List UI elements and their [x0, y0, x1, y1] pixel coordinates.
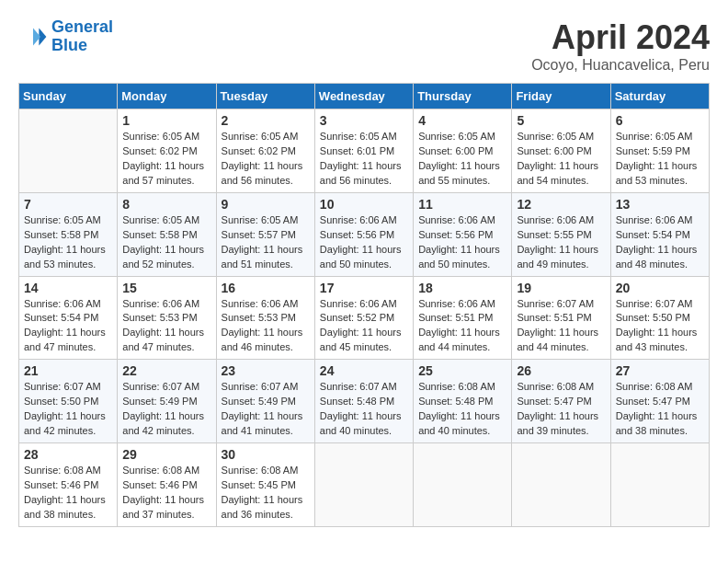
- calendar-day-cell: 5 Sunrise: 6:05 AMSunset: 6:00 PMDayligh…: [512, 109, 610, 193]
- day-number: 10: [320, 197, 408, 212]
- day-number: 22: [122, 363, 210, 378]
- calendar-day-cell: 20 Sunrise: 6:07 AMSunset: 5:50 PMDaylig…: [610, 276, 709, 360]
- day-number: 7: [24, 197, 112, 212]
- day-number: 26: [517, 363, 605, 378]
- day-info: Sunrise: 6:06 AMSunset: 5:54 PMDaylight:…: [24, 297, 112, 356]
- day-number: 17: [320, 281, 408, 295]
- day-info: Sunrise: 6:07 AMSunset: 5:49 PMDaylight:…: [222, 380, 310, 439]
- calendar-day-cell: 4 Sunrise: 6:05 AMSunset: 6:00 PMDayligh…: [414, 109, 512, 193]
- day-info: Sunrise: 6:08 AMSunset: 5:47 PMDaylight:…: [517, 380, 605, 439]
- day-number: 29: [122, 447, 210, 462]
- calendar-day-cell: 13 Sunrise: 6:06 AMSunset: 5:54 PMDaylig…: [610, 192, 709, 276]
- day-number: 6: [616, 113, 704, 128]
- calendar-week-row: 7 Sunrise: 6:05 AMSunset: 5:58 PMDayligh…: [19, 192, 710, 276]
- calendar-day-cell: 23 Sunrise: 6:07 AMSunset: 5:49 PMDaylig…: [216, 360, 314, 443]
- day-number: 19: [517, 281, 605, 295]
- day-number: 21: [24, 363, 112, 378]
- calendar-day-cell: 17 Sunrise: 6:06 AMSunset: 5:52 PMDaylig…: [314, 276, 413, 360]
- logo-text: General Blue: [51, 18, 113, 55]
- calendar-day-cell: 14 Sunrise: 6:06 AMSunset: 5:54 PMDaylig…: [19, 276, 118, 360]
- day-info: Sunrise: 6:05 AMSunset: 5:59 PMDaylight:…: [616, 130, 704, 189]
- day-info: Sunrise: 6:07 AMSunset: 5:50 PMDaylight:…: [24, 380, 112, 439]
- calendar-week-row: 21 Sunrise: 6:07 AMSunset: 5:50 PMDaylig…: [19, 360, 710, 443]
- day-number: 8: [122, 197, 210, 212]
- day-number: 2: [222, 113, 310, 128]
- calendar-day-cell: 15 Sunrise: 6:06 AMSunset: 5:53 PMDaylig…: [118, 276, 216, 360]
- calendar-day-cell: 6 Sunrise: 6:05 AMSunset: 5:59 PMDayligh…: [610, 109, 709, 193]
- day-info: Sunrise: 6:08 AMSunset: 5:48 PMDaylight:…: [418, 380, 506, 439]
- day-info: Sunrise: 6:08 AMSunset: 5:47 PMDaylight:…: [616, 380, 704, 439]
- calendar-day-cell: 16 Sunrise: 6:06 AMSunset: 5:53 PMDaylig…: [216, 276, 314, 360]
- day-number: 25: [418, 363, 506, 378]
- calendar-day-cell: 3 Sunrise: 6:05 AMSunset: 6:01 PMDayligh…: [314, 109, 413, 193]
- day-info: Sunrise: 6:07 AMSunset: 5:50 PMDaylight:…: [616, 297, 704, 356]
- calendar-day-cell: 8 Sunrise: 6:05 AMSunset: 5:58 PMDayligh…: [118, 192, 216, 276]
- calendar-table: SundayMondayTuesdayWednesdayThursdayFrid…: [18, 83, 710, 527]
- calendar-day-cell: [414, 443, 512, 527]
- day-number: 27: [616, 363, 704, 378]
- weekday-header: Thursday: [414, 84, 512, 109]
- day-info: Sunrise: 6:06 AMSunset: 5:54 PMDaylight:…: [616, 213, 704, 272]
- day-number: 14: [24, 281, 112, 295]
- weekday-header: Sunday: [19, 84, 118, 109]
- day-info: Sunrise: 6:06 AMSunset: 5:53 PMDaylight:…: [222, 297, 310, 356]
- day-number: 11: [418, 197, 506, 212]
- day-info: Sunrise: 6:05 AMSunset: 6:02 PMDaylight:…: [222, 130, 310, 189]
- day-info: Sunrise: 6:06 AMSunset: 5:53 PMDaylight:…: [122, 297, 210, 356]
- calendar-day-cell: 11 Sunrise: 6:06 AMSunset: 5:56 PMDaylig…: [414, 192, 512, 276]
- day-number: 13: [616, 197, 704, 212]
- weekday-header: Wednesday: [314, 84, 413, 109]
- day-number: 28: [24, 447, 112, 462]
- page-header: General Blue April 2024 Ocoyo, Huancavel…: [18, 18, 710, 74]
- calendar-day-cell: 7 Sunrise: 6:05 AMSunset: 5:58 PMDayligh…: [19, 192, 118, 276]
- day-info: Sunrise: 6:08 AMSunset: 5:46 PMDaylight:…: [122, 464, 210, 523]
- day-number: 20: [616, 281, 704, 295]
- day-number: 1: [122, 113, 210, 128]
- day-info: Sunrise: 6:05 AMSunset: 5:58 PMDaylight:…: [122, 213, 210, 272]
- calendar-day-cell: 10 Sunrise: 6:06 AMSunset: 5:56 PMDaylig…: [314, 192, 413, 276]
- calendar-day-cell: 12 Sunrise: 6:06 AMSunset: 5:55 PMDaylig…: [512, 192, 610, 276]
- calendar-day-cell: [314, 443, 413, 527]
- day-number: 9: [222, 197, 310, 212]
- calendar-day-cell: 19 Sunrise: 6:07 AMSunset: 5:51 PMDaylig…: [512, 276, 610, 360]
- calendar-week-row: 1 Sunrise: 6:05 AMSunset: 6:02 PMDayligh…: [19, 109, 710, 193]
- day-info: Sunrise: 6:05 AMSunset: 6:02 PMDaylight:…: [122, 130, 210, 189]
- calendar-day-cell: 25 Sunrise: 6:08 AMSunset: 5:48 PMDaylig…: [414, 360, 512, 443]
- weekday-header-row: SundayMondayTuesdayWednesdayThursdayFrid…: [19, 84, 710, 109]
- day-number: 5: [517, 113, 605, 128]
- calendar-day-cell: [19, 109, 118, 193]
- day-info: Sunrise: 6:07 AMSunset: 5:51 PMDaylight:…: [517, 297, 605, 356]
- calendar-week-row: 28 Sunrise: 6:08 AMSunset: 5:46 PMDaylig…: [19, 443, 710, 527]
- day-info: Sunrise: 6:05 AMSunset: 6:00 PMDaylight:…: [418, 130, 506, 189]
- calendar-day-cell: 26 Sunrise: 6:08 AMSunset: 5:47 PMDaylig…: [512, 360, 610, 443]
- calendar-day-cell: 27 Sunrise: 6:08 AMSunset: 5:47 PMDaylig…: [610, 360, 709, 443]
- day-info: Sunrise: 6:06 AMSunset: 5:51 PMDaylight:…: [418, 297, 506, 356]
- day-info: Sunrise: 6:05 AMSunset: 5:58 PMDaylight:…: [24, 213, 112, 272]
- calendar-day-cell: 24 Sunrise: 6:07 AMSunset: 5:48 PMDaylig…: [314, 360, 413, 443]
- day-number: 3: [320, 113, 408, 128]
- day-info: Sunrise: 6:06 AMSunset: 5:56 PMDaylight:…: [418, 213, 506, 272]
- calendar-day-cell: 1 Sunrise: 6:05 AMSunset: 6:02 PMDayligh…: [118, 109, 216, 193]
- title-section: April 2024 Ocoyo, Huancavelica, Peru: [531, 18, 710, 74]
- day-number: 18: [418, 281, 506, 295]
- day-info: Sunrise: 6:07 AMSunset: 5:48 PMDaylight:…: [320, 380, 408, 439]
- day-info: Sunrise: 6:05 AMSunset: 5:57 PMDaylight:…: [222, 213, 310, 272]
- day-number: 30: [222, 447, 310, 462]
- calendar-day-cell: 9 Sunrise: 6:05 AMSunset: 5:57 PMDayligh…: [216, 192, 314, 276]
- weekday-header: Saturday: [610, 84, 709, 109]
- day-info: Sunrise: 6:07 AMSunset: 5:49 PMDaylight:…: [122, 380, 210, 439]
- day-info: Sunrise: 6:08 AMSunset: 5:45 PMDaylight:…: [222, 464, 310, 523]
- calendar-day-cell: 21 Sunrise: 6:07 AMSunset: 5:50 PMDaylig…: [19, 360, 118, 443]
- calendar-day-cell: 28 Sunrise: 6:08 AMSunset: 5:46 PMDaylig…: [19, 443, 118, 527]
- calendar-day-cell: 30 Sunrise: 6:08 AMSunset: 5:45 PMDaylig…: [216, 443, 314, 527]
- day-info: Sunrise: 6:06 AMSunset: 5:52 PMDaylight:…: [320, 297, 408, 356]
- calendar-day-cell: 29 Sunrise: 6:08 AMSunset: 5:46 PMDaylig…: [118, 443, 216, 527]
- logo: General Blue: [18, 18, 113, 55]
- calendar-title: April 2024: [531, 18, 710, 57]
- calendar-day-cell: 2 Sunrise: 6:05 AMSunset: 6:02 PMDayligh…: [216, 109, 314, 193]
- day-number: 16: [222, 281, 310, 295]
- day-info: Sunrise: 6:05 AMSunset: 6:01 PMDaylight:…: [320, 130, 408, 189]
- day-info: Sunrise: 6:08 AMSunset: 5:46 PMDaylight:…: [24, 464, 112, 523]
- day-number: 15: [122, 281, 210, 295]
- calendar-day-cell: [512, 443, 610, 527]
